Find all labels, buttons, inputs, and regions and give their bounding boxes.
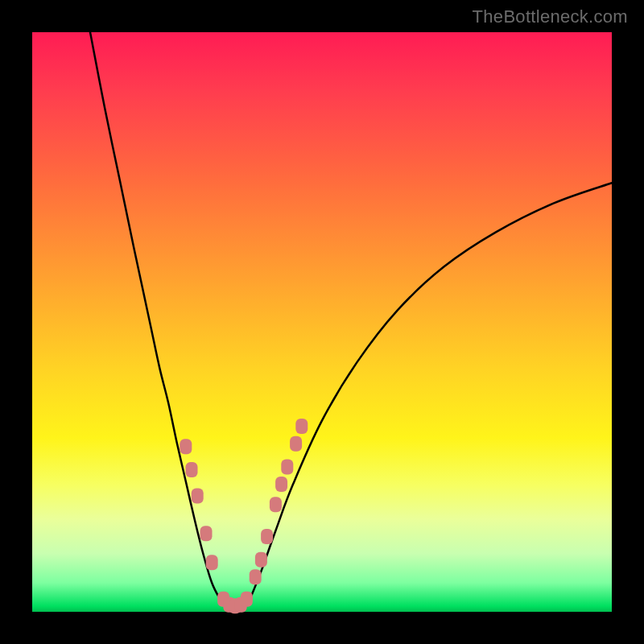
data-marker bbox=[192, 489, 204, 504]
data-marker bbox=[186, 462, 198, 477]
data-marker bbox=[261, 529, 273, 544]
data-marker bbox=[275, 477, 287, 492]
curve-svg bbox=[32, 32, 612, 612]
data-marker bbox=[241, 592, 253, 607]
data-marker bbox=[270, 497, 282, 512]
data-marker bbox=[206, 555, 218, 570]
watermark-text: TheBottleneck.com bbox=[473, 6, 628, 27]
data-marker bbox=[290, 436, 302, 452]
chart-canvas: TheBottleneck.com bbox=[0, 0, 644, 644]
data-marker bbox=[180, 439, 192, 454]
left-branch-curve bbox=[90, 32, 221, 601]
marker-group bbox=[180, 419, 308, 613]
data-marker bbox=[255, 552, 267, 568]
data-marker bbox=[281, 460, 293, 475]
data-marker bbox=[200, 526, 213, 541]
data-marker bbox=[250, 569, 262, 584]
data-marker bbox=[295, 419, 308, 434]
right-branch-curve bbox=[250, 183, 612, 600]
plot-area bbox=[32, 32, 612, 612]
